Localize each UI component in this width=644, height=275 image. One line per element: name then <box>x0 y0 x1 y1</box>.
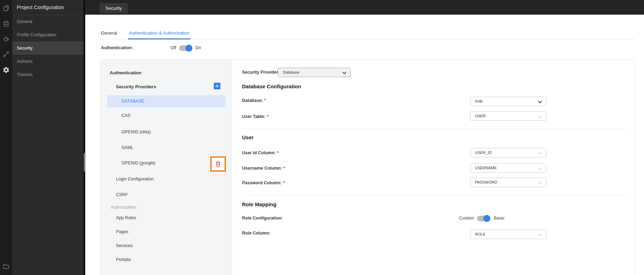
chevron-down-icon <box>539 114 542 118</box>
role-column-select[interactable]: ROLE <box>470 230 546 239</box>
authentication-nav-panel: Authentication Security Providers DATABA… <box>101 60 232 275</box>
authentication-label: Authentication: <box>101 45 133 50</box>
java-service-icon[interactable] <box>2 35 10 42</box>
security-providers-header: Security Providers <box>116 84 156 89</box>
nav-item-prefabs[interactable]: Prefabs <box>116 257 131 262</box>
nav-item-services[interactable]: Services <box>116 243 133 248</box>
role-configuration-label: Role Configuration: <box>242 216 283 221</box>
topbar: Security <box>85 0 644 15</box>
user-id-column-select[interactable]: USER_ID <box>470 148 546 157</box>
chevron-down-icon <box>539 166 542 170</box>
security-tabs: General Authentication & Authorization <box>101 30 635 39</box>
scrollbar-thumb[interactable] <box>84 153 85 172</box>
trash-icon <box>215 161 221 168</box>
database-select[interactable]: hrdb <box>470 97 546 106</box>
section-divider <box>242 129 627 129</box>
username-column-label: Username Column:* <box>242 166 285 171</box>
sidebar-item-security[interactable]: Security <box>12 42 83 55</box>
authentication-toggle[interactable] <box>179 45 192 52</box>
delete-provider-button-highlighted[interactable] <box>210 156 226 172</box>
provider-item-openid-okta[interactable]: OPENID (okta) <box>122 129 151 134</box>
sidebar-item-general[interactable]: General <box>12 15 83 28</box>
chevron-down-icon <box>539 233 542 236</box>
main-content: General Authentication & Authorization A… <box>85 15 644 275</box>
add-provider-button[interactable] <box>214 83 220 89</box>
user-section-title: User <box>242 134 254 140</box>
nav-item-app-roles[interactable]: App Roles <box>116 215 136 220</box>
role-config-basic-label: Basic <box>494 216 505 221</box>
sidebar-title: Project Configuration <box>12 0 83 15</box>
settings-gear-icon[interactable] <box>2 66 10 74</box>
database-configuration-title: Database Configuration <box>242 83 301 89</box>
chevron-down-icon <box>342 70 346 74</box>
user-id-column-label: User Id Column:* <box>242 150 279 155</box>
provider-item-saml[interactable]: SAML <box>122 145 133 150</box>
role-column-label: Role Column: <box>242 231 270 236</box>
security-provider-label: Security Provider <box>242 70 278 75</box>
project-config-sidebar: Project Configuration General Profile Co… <box>12 0 83 275</box>
authentication-section-header: Authentication <box>110 70 141 75</box>
user-table-label: User Table:* <box>242 114 269 119</box>
role-configuration-toggle[interactable] <box>477 215 490 222</box>
toggle-knob <box>483 215 490 222</box>
chevron-down-icon <box>539 181 542 184</box>
provider-config-form: Security Provider Database Database Conf… <box>232 60 635 275</box>
password-column-label: Password Column:* <box>242 180 285 185</box>
provider-item-openid-google[interactable]: OPENID (google) <box>122 161 155 165</box>
authorization-section-header: Authorization <box>111 205 136 210</box>
nav-item-pages[interactable]: Pages <box>116 229 128 234</box>
chevron-down-icon <box>539 151 542 155</box>
security-provider-select[interactable]: Database <box>278 68 351 77</box>
nav-item-login-configuration[interactable]: Login Configuration <box>116 177 154 181</box>
sidebar-item-profile-configuration[interactable]: Profile Configuration <box>12 28 83 42</box>
chevron-down-icon <box>538 99 542 103</box>
password-column-select[interactable]: PASSWORD <box>470 178 546 187</box>
sidebar-item-artifacts[interactable]: Artifacts <box>12 55 83 68</box>
database-icon[interactable] <box>2 20 10 28</box>
sidebar-splitter <box>83 0 85 275</box>
tab-authentication-authorization[interactable]: Authentication & Authorization <box>129 30 189 39</box>
user-table-select[interactable]: USER <box>470 111 546 121</box>
tab-general[interactable]: General <box>101 30 117 39</box>
toggle-knob <box>185 45 192 52</box>
toggle-off-label: Off <box>170 45 176 50</box>
topbar-tab-security[interactable]: Security <box>100 3 128 13</box>
security-settings-card: Authentication Security Providers DATABA… <box>100 59 635 275</box>
app-window: Project Configuration General Profile Co… <box>0 0 644 275</box>
icon-rail <box>0 0 12 275</box>
pages-icon[interactable] <box>2 5 10 12</box>
workflow-icon[interactable] <box>2 51 10 58</box>
section-divider <box>242 195 627 195</box>
folder-icon[interactable] <box>2 263 10 270</box>
role-mapping-title: Role Mapping <box>242 201 276 207</box>
provider-item-cas[interactable]: CAS <box>122 113 131 118</box>
sidebar-item-themes[interactable]: Themes <box>12 68 83 81</box>
role-config-custom-label: Custom <box>459 216 474 221</box>
database-label: Database:* <box>242 98 266 103</box>
username-column-select[interactable]: USERNAME <box>470 163 546 173</box>
nav-item-csrf[interactable]: CSRF <box>116 192 128 197</box>
toggle-on-label: On <box>195 45 201 50</box>
provider-item-database[interactable]: DATABASE <box>107 95 226 107</box>
